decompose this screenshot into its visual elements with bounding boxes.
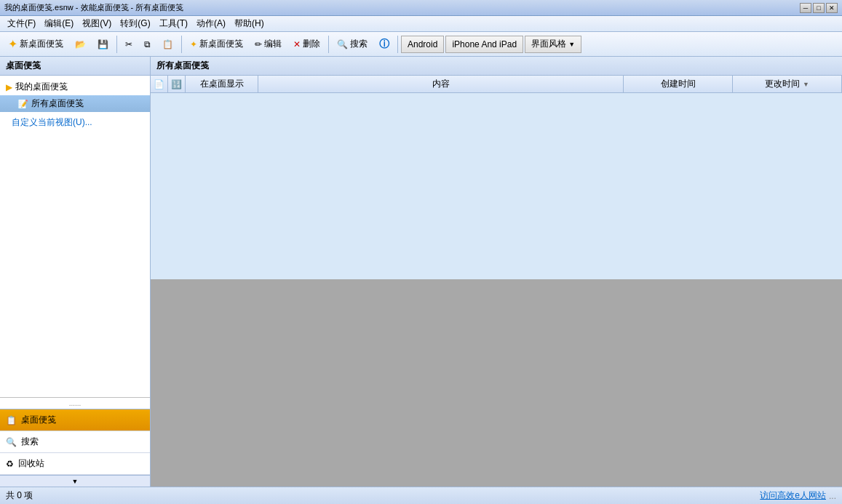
allnotes-label: 所有桌面便笺 bbox=[31, 97, 84, 110]
sidebar-item-mynotes[interactable]: ▶ 我的桌面便笺 bbox=[0, 79, 150, 95]
new-note-btn2[interactable]: ✦ 新桌面便笺 bbox=[185, 35, 248, 54]
th-num: 🔢 bbox=[168, 76, 186, 92]
delete-label: 删除 bbox=[303, 38, 320, 50]
save-icon: 💾 bbox=[98, 39, 108, 49]
create-col-label: 创建时间 bbox=[661, 78, 696, 90]
separator-2 bbox=[181, 36, 182, 53]
plus-icon: ✦ bbox=[190, 39, 197, 49]
dropdown-arrow-icon: ▼ bbox=[568, 41, 575, 48]
th-create[interactable]: 创建时间 bbox=[624, 76, 733, 92]
new-note-button[interactable]: ✦ 新桌面便笺 bbox=[3, 35, 68, 54]
toolbar-paste-button[interactable]: 📋 bbox=[157, 35, 178, 54]
paste-icon: 📋 bbox=[162, 39, 173, 49]
sidebar-header: 桌面便笺 bbox=[0, 57, 150, 76]
menu-action[interactable]: 动作(A) bbox=[192, 16, 230, 31]
table-body bbox=[151, 93, 842, 279]
sidebar: 桌面便笺 ▶ 我的桌面便笺 📝 所有桌面便笺 自定义当前视图(U)... ...… bbox=[0, 57, 151, 487]
toolbar-cut-button[interactable]: ✂ bbox=[120, 35, 138, 54]
toolbar-open-button[interactable]: 📂 bbox=[70, 35, 91, 54]
close-button[interactable]: ✕ bbox=[826, 3, 838, 13]
copy-icon: ⧉ bbox=[144, 39, 151, 49]
new-note-label: 新桌面便笺 bbox=[20, 38, 63, 50]
preview-area bbox=[151, 279, 842, 487]
show-col-label: 在桌面显示 bbox=[200, 78, 244, 90]
ui-style-button[interactable]: 界面风格 ▼ bbox=[525, 36, 581, 53]
title-controls: ─ □ ✕ bbox=[800, 3, 838, 13]
info-button[interactable]: ⓘ bbox=[374, 35, 394, 54]
ui-style-label: 界面风格 bbox=[531, 38, 566, 50]
ipad-label: iPhone And iPad bbox=[452, 39, 517, 49]
content-col-label: 内容 bbox=[432, 78, 450, 90]
sidebar-bottom-desktop[interactable]: 📋 桌面便笺 bbox=[0, 409, 150, 431]
table-area: 📄 🔢 在桌面显示 内容 创建时间 更改时间 ▼ bbox=[151, 76, 842, 279]
android-button[interactable]: Android bbox=[401, 36, 444, 53]
sidebar-dots: ...... bbox=[0, 397, 150, 409]
edit-button[interactable]: ✏ 编辑 bbox=[250, 35, 287, 54]
delete-button[interactable]: ✕ 删除 bbox=[288, 35, 325, 54]
doc-icon: 📄 bbox=[154, 79, 164, 89]
search-label: 搜索 bbox=[350, 38, 368, 50]
sidebar-item-allnotes[interactable]: 📝 所有桌面便笺 bbox=[0, 95, 150, 112]
toolbar-save-button[interactable]: 💾 bbox=[92, 35, 114, 54]
search-button[interactable]: 🔍 搜索 bbox=[332, 35, 373, 54]
cut-icon: ✂ bbox=[125, 39, 132, 49]
recycle-label: 回收站 bbox=[18, 457, 44, 470]
open-icon: 📂 bbox=[75, 39, 86, 49]
menu-bar: 文件(F) 编辑(E) 视图(V) 转到(G) 工具(T) 动作(A) 帮助(H… bbox=[0, 16, 842, 32]
title-bar: 我的桌面便笺.esnw - 效能桌面便笺 - 所有桌面便笺 ─ □ ✕ bbox=[0, 0, 842, 16]
toolbar-copy-button[interactable]: ⧉ bbox=[139, 35, 156, 54]
search-bottom-icon: 🔍 bbox=[6, 437, 17, 447]
th-show[interactable]: 在桌面显示 bbox=[186, 76, 258, 92]
th-modify[interactable]: 更改时间 ▼ bbox=[733, 76, 842, 92]
ipad-button[interactable]: iPhone And iPad bbox=[445, 36, 523, 53]
menu-view[interactable]: 视图(V) bbox=[78, 16, 116, 31]
th-content[interactable]: 内容 bbox=[258, 76, 624, 92]
sidebar-bottom-recycle[interactable]: ♻ 回收站 bbox=[0, 453, 150, 475]
minimize-button[interactable]: ─ bbox=[800, 3, 811, 13]
sidebar-tree: ▶ 我的桌面便笺 📝 所有桌面便笺 自定义当前视图(U)... bbox=[0, 76, 150, 397]
sidebar-bottom-search[interactable]: 🔍 搜索 bbox=[0, 431, 150, 453]
info-icon: ⓘ bbox=[379, 38, 389, 51]
custom-view-link[interactable]: 自定义当前视图(U)... bbox=[6, 113, 98, 132]
delete-icon: ✕ bbox=[293, 39, 301, 49]
separator-4 bbox=[397, 36, 398, 53]
content-header: 所有桌面便笺 bbox=[151, 57, 842, 76]
status-dots: ... bbox=[829, 491, 836, 501]
title-text: 我的桌面便笺.esnw - 效能桌面便笺 - 所有桌面便笺 bbox=[4, 2, 183, 13]
search-icon: 🔍 bbox=[337, 39, 348, 49]
status-count: 共 0 项 bbox=[6, 489, 33, 502]
edit-label: 编辑 bbox=[264, 38, 282, 50]
custom-view-container: 自定义当前视图(U)... bbox=[0, 112, 150, 133]
sidebar-bottom: 📋 桌面便笺 🔍 搜索 ♻ 回收站 bbox=[0, 409, 150, 475]
table-header: 📄 🔢 在桌面显示 内容 创建时间 更改时间 ▼ bbox=[151, 76, 842, 93]
mynotes-label: 我的桌面便笺 bbox=[15, 81, 68, 93]
new-note-label2: 新桌面便笺 bbox=[199, 38, 243, 50]
menu-help[interactable]: 帮助(H) bbox=[230, 16, 269, 31]
android-label: Android bbox=[408, 39, 437, 49]
menu-file[interactable]: 文件(F) bbox=[3, 16, 40, 31]
new-note-icon: ✦ bbox=[8, 37, 17, 51]
restore-button[interactable]: □ bbox=[813, 3, 825, 13]
main-layout: 桌面便笺 ▶ 我的桌面便笺 📝 所有桌面便笺 自定义当前视图(U)... ...… bbox=[0, 57, 842, 487]
menu-tools[interactable]: 工具(T) bbox=[155, 16, 192, 31]
status-right: 访问高效e人网站 ... bbox=[760, 489, 836, 502]
website-link[interactable]: 访问高效e人网站 bbox=[760, 489, 826, 502]
note-icon: 📝 bbox=[17, 99, 28, 109]
hash-icon: 🔢 bbox=[171, 79, 182, 89]
menu-edit[interactable]: 编辑(E) bbox=[40, 16, 78, 31]
folder-icon: ▶ bbox=[6, 82, 12, 92]
scroll-down-icon: ▼ bbox=[72, 478, 79, 485]
status-bar: 共 0 项 访问高效e人网站 ... bbox=[0, 487, 842, 504]
desktop-icon: 📋 bbox=[6, 415, 17, 425]
sort-arrow-icon: ▼ bbox=[803, 81, 809, 88]
recycle-icon: ♻ bbox=[6, 459, 14, 469]
desktop-label: 桌面便笺 bbox=[21, 414, 56, 426]
edit-icon: ✏ bbox=[255, 39, 262, 49]
th-icon: 📄 bbox=[151, 76, 168, 92]
modify-col-label: 更改时间 bbox=[765, 78, 800, 90]
sidebar-scroll-down[interactable]: ▼ bbox=[0, 475, 150, 487]
separator-3 bbox=[328, 36, 329, 53]
menu-goto[interactable]: 转到(G) bbox=[116, 16, 154, 31]
content-area: 所有桌面便笺 📄 🔢 在桌面显示 内容 创建时间 bbox=[151, 57, 842, 487]
search-bottom-label: 搜索 bbox=[21, 436, 39, 448]
